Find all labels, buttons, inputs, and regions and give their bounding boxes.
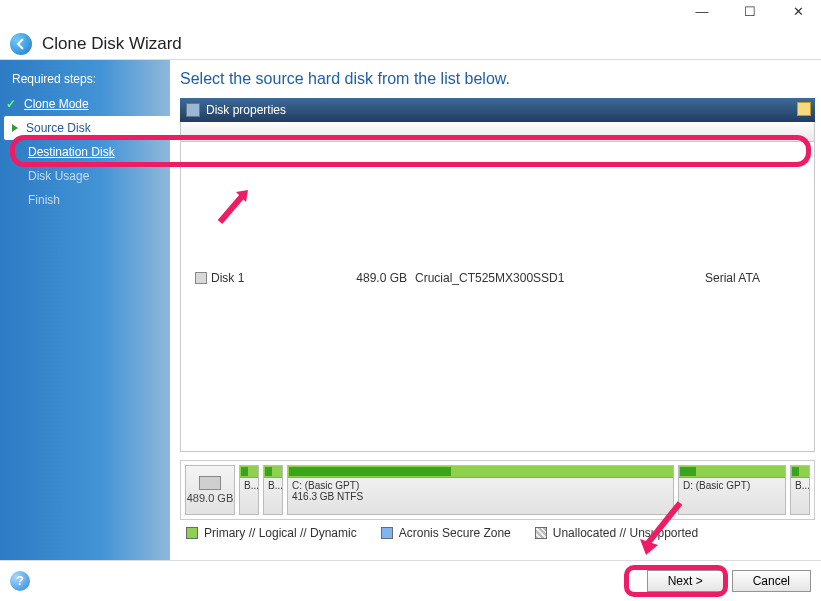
close-button[interactable]: ✕ <box>783 4 813 19</box>
legend-hatch-icon <box>535 527 547 539</box>
partition-block-d[interactable]: D: (Basic GPT) <box>678 465 786 515</box>
step-source-disk[interactable]: Source Disk <box>4 116 170 140</box>
main-panel: Select the source hard disk from the lis… <box>170 60 821 560</box>
back-arrow-icon[interactable] <box>10 33 32 55</box>
wizard-title: Clone Disk Wizard <box>42 34 182 54</box>
disk-map: 489.0 GB B... B... C: (Basic GPT) 416.3 … <box>180 460 815 520</box>
sidebar-heading: Required steps: <box>0 68 170 92</box>
maximize-button[interactable]: ☐ <box>735 4 765 19</box>
columns-icon[interactable] <box>797 102 811 116</box>
step-destination-disk[interactable]: Destination Disk <box>0 140 170 164</box>
disk-name-cell: Disk 1 <box>195 271 325 285</box>
window-titlebar: — ☐ ✕ <box>0 0 821 28</box>
partition-block[interactable]: B... <box>790 465 810 515</box>
legend-unallocated: Unallocated // Unsupported <box>535 526 698 540</box>
disk-map-label: 489.0 GB <box>185 465 235 515</box>
disk-interface-cell: Serial ATA <box>705 271 821 285</box>
step-clone-mode[interactable]: Clone Mode <box>0 92 170 116</box>
legend-blue-icon <box>381 527 393 539</box>
partition-block-c[interactable]: C: (Basic GPT) 416.3 GB NTFS <box>287 465 674 515</box>
disk-table: Disk 1 489.0 GB Crucial_CT525MX300SSD1 S… <box>180 122 815 452</box>
hdd-icon <box>199 476 221 490</box>
cancel-button[interactable]: Cancel <box>732 570 811 592</box>
step-finish: Finish <box>0 188 170 212</box>
main-instruction: Select the source hard disk from the lis… <box>176 60 821 98</box>
partition-block[interactable]: B... <box>239 465 259 515</box>
disk-model-cell: Crucial_CT525MX300SSD1 <box>415 271 705 285</box>
help-icon[interactable]: ? <box>10 571 30 591</box>
legend: Primary // Logical // Dynamic Acronis Se… <box>176 520 821 546</box>
wizard-footer: ? Next > Cancel <box>0 560 821 600</box>
minimize-button[interactable]: — <box>687 4 717 19</box>
wizard-header: Clone Disk Wizard <box>0 28 821 60</box>
disk-properties-toolbar: Disk properties <box>180 98 815 122</box>
steps-sidebar: Required steps: Clone Mode Source Disk D… <box>0 60 170 560</box>
legend-primary: Primary // Logical // Dynamic <box>186 526 357 540</box>
disk-capacity-cell: 489.0 GB <box>325 271 415 285</box>
legend-acronis: Acronis Secure Zone <box>381 526 511 540</box>
disk-properties-icon <box>186 103 200 117</box>
next-button[interactable]: Next > <box>647 570 724 592</box>
table-row[interactable]: Disk 1 489.0 GB Crucial_CT525MX300SSD1 S… <box>195 269 800 287</box>
partition-block[interactable]: B... <box>263 465 283 515</box>
disk-icon <box>195 272 207 284</box>
table-column-headers[interactable] <box>181 122 814 142</box>
disk-properties-label: Disk properties <box>206 103 286 117</box>
step-disk-usage: Disk Usage <box>0 164 170 188</box>
legend-green-icon <box>186 527 198 539</box>
